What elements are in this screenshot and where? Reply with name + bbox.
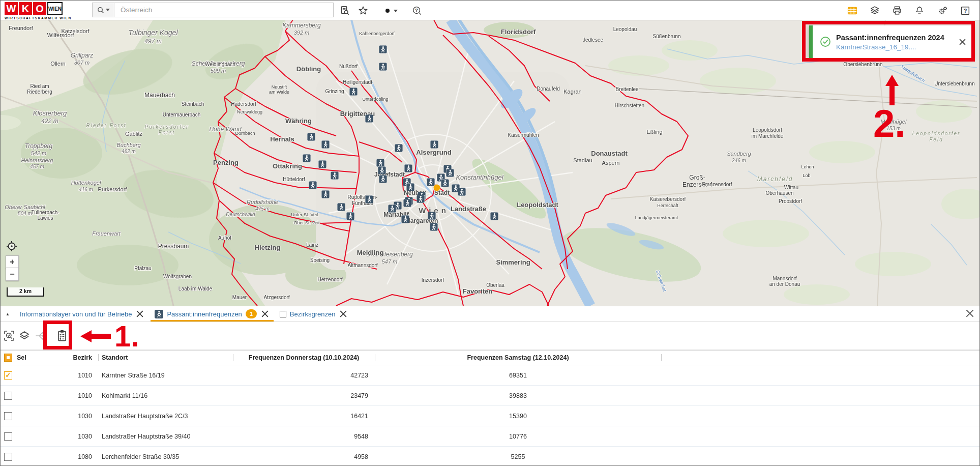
row-checkbox[interactable]: ✓: [4, 371, 12, 380]
pedestrian-marker[interactable]: [490, 212, 498, 220]
wko-logo[interactable]: W K O WIEN: [5, 2, 63, 15]
map-label: Klosterberg: [33, 109, 67, 117]
pedestrian-marker[interactable]: [379, 175, 387, 183]
row-checkbox[interactable]: [4, 392, 12, 400]
tab-close-button[interactable]: [135, 309, 144, 318]
toast-download-link[interactable]: KärntnerStrasse_16_19....: [836, 43, 944, 51]
help-search-button[interactable]: ?: [410, 4, 424, 17]
search-scope-dropdown[interactable]: [93, 3, 114, 17]
table-row[interactable]: 1010Kohlmarkt 11/162347939883: [1, 386, 979, 406]
table-row[interactable]: 1030Landstraßer Hauptstraße 2C/316421153…: [1, 406, 979, 426]
pedestrian-marker[interactable]: [428, 212, 436, 220]
column-divider[interactable]: [233, 354, 233, 361]
layer-checkbox[interactable]: [280, 311, 286, 317]
zoom-to-selection-button[interactable]: [2, 328, 17, 343]
col-header-samstag[interactable]: Frequenzen Samstag (12.10.2024): [375, 354, 661, 361]
layers-button[interactable]: [868, 4, 881, 17]
pedestrian-marker[interactable]: [403, 199, 411, 207]
pedestrian-marker[interactable]: [365, 195, 373, 203]
split-tool-button[interactable]: [32, 328, 47, 343]
bezirk-cell: 1030: [36, 433, 92, 440]
settings-gears-button[interactable]: [936, 4, 949, 17]
map-viewport[interactable]: Tulbinger Kogel497 mKammersberg392 mGril…: [1, 20, 980, 306]
pedestrian-marker[interactable]: [376, 159, 384, 167]
tab-passantinnenfrequenzen[interactable]: Passant:innenfrequenzen 1: [150, 306, 274, 322]
pedestrian-marker[interactable]: [417, 195, 425, 203]
selected-location-dot[interactable]: [434, 185, 440, 191]
pedestrian-marker[interactable]: [349, 88, 358, 96]
pedestrian-marker[interactable]: [401, 215, 409, 223]
col-header-bezirk[interactable]: Bezirk: [36, 354, 92, 361]
export-report-button[interactable]: [54, 328, 70, 343]
tools-dropdown-button[interactable]: [381, 4, 402, 17]
locate-button[interactable]: [6, 240, 18, 252]
tab-bezirksgrenzen[interactable]: Bezirksgrenzen: [275, 306, 353, 322]
pedestrian-marker[interactable]: [331, 171, 339, 180]
toast-close-button[interactable]: [958, 37, 967, 46]
pedestrian-marker[interactable]: [404, 164, 412, 172]
column-divider[interactable]: [98, 354, 99, 361]
extent-box-button[interactable]: [17, 328, 32, 343]
zoom-in-button[interactable]: +: [6, 255, 19, 269]
row-checkbox[interactable]: [4, 412, 12, 420]
pedestrian-marker[interactable]: [406, 183, 414, 191]
pedestrian-marker[interactable]: [427, 178, 435, 186]
pedestrian-marker[interactable]: [321, 140, 330, 149]
pedestrian-marker[interactable]: [441, 179, 449, 187]
pedestrian-marker[interactable]: [388, 205, 396, 213]
pedestrian-marker[interactable]: [303, 154, 311, 162]
row-checkbox[interactable]: [4, 432, 12, 441]
pedestrian-marker[interactable]: [321, 190, 330, 198]
table-row[interactable]: 1030Landstraßer Hauptstraße 39/409548107…: [1, 426, 979, 447]
pedestrian-marker[interactable]: [379, 45, 387, 53]
pedestrian-marker[interactable]: [307, 133, 315, 141]
pedestrian-marker[interactable]: [318, 160, 326, 168]
pedestrian-marker[interactable]: [378, 166, 386, 174]
samstag-cell: 15390: [375, 413, 661, 420]
pedestrian-marker[interactable]: [430, 223, 438, 231]
tab-close-button[interactable]: [260, 309, 270, 318]
collapse-panel-button[interactable]: ▲: [1, 312, 15, 316]
pedestrian-marker[interactable]: [309, 181, 317, 189]
tab-informationslayer[interactable]: Informationslayer von und für Betriebe: [15, 306, 150, 322]
print-button[interactable]: [890, 4, 904, 17]
pedestrian-marker[interactable]: [379, 63, 387, 71]
toast-title: Passant:innenfrequenzen 2024: [836, 33, 944, 43]
table-row[interactable]: 1080Lerchenfelder Straße 30/3549585255: [1, 447, 979, 466]
attribute-table-button[interactable]: [846, 4, 859, 17]
favorites-star-button[interactable]: [357, 4, 370, 17]
map-canvas[interactable]: Tulbinger Kogel497 mKammersberg392 mGril…: [1, 20, 980, 306]
tab-close-button[interactable]: [339, 309, 348, 318]
notifications-bell-button[interactable]: [913, 4, 926, 17]
col-header-donnerstag[interactable]: Frequenzen Donnerstag (10.10.2024): [233, 354, 375, 361]
column-divider[interactable]: [375, 354, 375, 361]
col-header-standort[interactable]: Standort: [92, 354, 233, 361]
map-label: am Walde: [269, 90, 289, 95]
pedestrian-marker[interactable]: [337, 203, 345, 211]
map-label: Riederberg: [27, 89, 52, 95]
table-row[interactable]: ✓1010Kärntner Straße 16/194272369351: [1, 365, 979, 386]
row-checkbox[interactable]: [4, 453, 12, 461]
standort-cell: Landstraßer Hauptstraße 39/40: [92, 433, 233, 440]
search-document-button[interactable]: [338, 4, 351, 17]
help-button[interactable]: ?: [959, 4, 972, 17]
pedestrian-marker[interactable]: [430, 140, 438, 149]
map-label: Frauenwart: [92, 230, 121, 237]
select-all-checkbox[interactable]: [4, 354, 12, 362]
col-header-sel[interactable]: Sel: [16, 354, 36, 361]
toast-notification: Passant:innenfrequenzen 2024 KärntnerStr…: [809, 25, 973, 58]
panel-close-button[interactable]: [965, 309, 974, 318]
zoom-out-button[interactable]: −: [6, 268, 19, 281]
pedestrian-marker[interactable]: [446, 169, 454, 177]
pedestrian-marker[interactable]: [458, 188, 466, 196]
map-label: Heinratsberg: [21, 157, 54, 163]
map-label: Freundorf: [9, 25, 34, 31]
logo-letter: O: [33, 2, 46, 15]
pedestrian-marker[interactable]: [346, 212, 354, 220]
search-input[interactable]: [114, 6, 333, 14]
pedestrian-marker[interactable]: [395, 144, 403, 152]
pedestrian-marker[interactable]: [365, 114, 373, 123]
donnerstag-cell: 23479: [233, 392, 375, 399]
samstag-cell: 5255: [375, 453, 661, 460]
column-divider[interactable]: [661, 354, 662, 361]
